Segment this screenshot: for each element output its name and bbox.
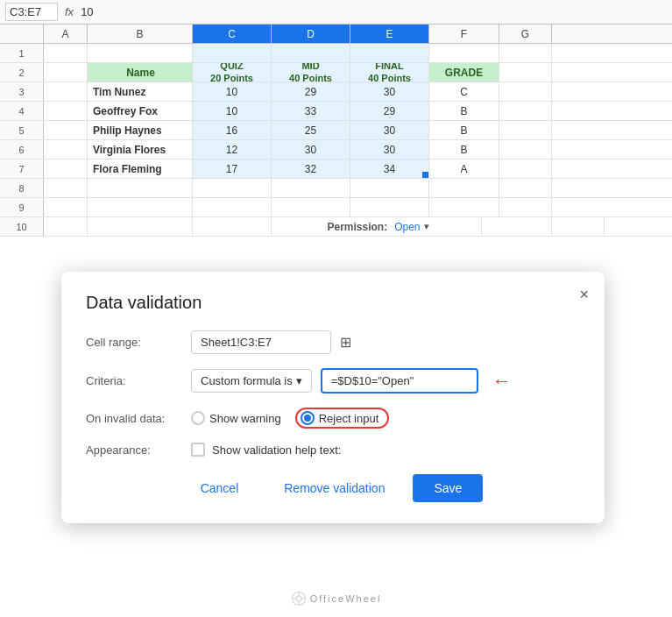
permission-label: Permission:	[327, 221, 387, 233]
help-text-checkbox[interactable]	[191, 443, 205, 457]
col-header-d[interactable]: D	[272, 25, 350, 43]
table-row: 6 Virginia Flores 12 30 30 B	[0, 140, 672, 160]
appearance-label: Appearance:	[86, 443, 182, 457]
col-header-e[interactable]: E	[350, 25, 429, 43]
table-row: 2 Name QUIZ20 Points MID40 Points FINAL4…	[0, 63, 672, 82]
watermark-text: OfficeWheel	[310, 593, 382, 604]
criteria-dropdown-arrow-icon: ▾	[296, 374, 302, 387]
column-headers: A B C D E F G	[0, 25, 672, 44]
row-number-header	[0, 25, 44, 43]
formula-bar-value: 10	[81, 5, 93, 18]
col-header-b[interactable]: B	[88, 25, 193, 43]
invalid-data-options: Show warning Reject input	[191, 408, 389, 429]
reject-input-radio[interactable]	[301, 411, 315, 425]
table-row: 7 Flora Fleming 17 32 34 A	[0, 160, 672, 179]
cell-range-row: Cell range: ⊞	[86, 330, 580, 354]
dialog-title: Data validation	[86, 293, 580, 313]
remove-validation-button[interactable]: Remove validation	[266, 474, 402, 502]
data-validation-dialog: Data validation × Cell range: ⊞ Criteria…	[61, 272, 605, 523]
table-row: 9	[0, 198, 672, 217]
show-warning-radio[interactable]	[191, 411, 205, 425]
appearance-row: Appearance: Show validation help text:	[86, 443, 580, 457]
help-text-label: Show validation help text:	[212, 443, 341, 457]
reject-input-option[interactable]: Reject input	[295, 408, 390, 429]
fx-label: fx	[65, 5, 74, 18]
table-row: 8	[0, 179, 672, 198]
save-button[interactable]: Save	[413, 474, 483, 502]
criteria-row: Criteria: Custom formula is ▾ ←	[86, 368, 580, 394]
col-header-f[interactable]: F	[429, 25, 499, 43]
formula-bar: C3:E7 fx 10	[0, 0, 672, 25]
table-row: 1	[0, 44, 672, 63]
table-row: 3 Tim Nunez 10 29 30 C	[0, 82, 672, 102]
spreadsheet: A B C D E F G 1 2 Name QUIZ20 Points MID…	[0, 25, 672, 237]
show-warning-label: Show warning	[209, 412, 281, 425]
show-warning-option[interactable]: Show warning	[191, 411, 281, 425]
cancel-button[interactable]: Cancel	[183, 474, 257, 502]
dialog-close-button[interactable]: ×	[579, 286, 589, 304]
red-arrow-icon: ←	[492, 370, 512, 393]
invalid-data-row: On invalid data: Show warning Reject inp…	[86, 408, 580, 429]
table-row: 4 Geoffrey Fox 10 33 29 B	[0, 102, 672, 121]
criteria-label: Criteria:	[86, 374, 182, 387]
permission-value: Open	[394, 221, 420, 233]
criteria-type-select[interactable]: Custom formula is ▾	[191, 369, 312, 393]
cell-range-label: Cell range:	[86, 336, 182, 349]
svg-point-1	[296, 596, 301, 601]
invalid-data-label: On invalid data:	[86, 412, 182, 425]
table-row: 5 Philip Haynes 16 25 30 B	[0, 121, 672, 140]
reject-input-label: Reject input	[319, 412, 379, 425]
cell-range-input[interactable]	[191, 330, 331, 354]
grid-select-icon[interactable]: ⊞	[340, 334, 351, 351]
help-text-checkbox-area: Show validation help text:	[191, 443, 341, 457]
permission-dropdown-icon[interactable]: ▾	[424, 221, 429, 232]
dialog-buttons: Cancel Remove validation Save	[86, 474, 580, 502]
col-header-c[interactable]: C	[193, 25, 272, 43]
formula-input[interactable]	[321, 368, 478, 394]
table-row: 10 Permission: Open ▾	[0, 217, 672, 237]
reject-input-box: Reject input	[295, 408, 390, 429]
col-header-g[interactable]: G	[499, 25, 552, 43]
cell-reference[interactable]: C3:E7	[5, 3, 58, 21]
col-header-a[interactable]: A	[44, 25, 88, 43]
watermark: OfficeWheel	[291, 591, 382, 606]
